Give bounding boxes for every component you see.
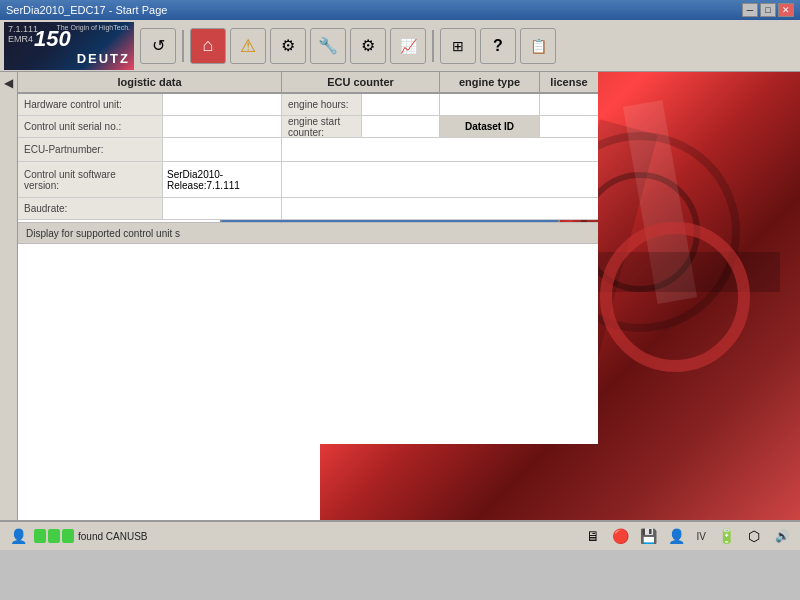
- drive-icon[interactable]: 💾: [637, 526, 661, 546]
- hardware-label: Hardware control unit:: [18, 94, 163, 115]
- toolbar-separator-2: [432, 30, 434, 62]
- engine-rotor: [600, 222, 750, 372]
- start-counter-label: engine start counter:: [282, 116, 362, 137]
- warning-icon[interactable]: ⚠: [230, 28, 266, 64]
- software-value: SerDia2010-Release:7.1.111: [163, 162, 282, 197]
- baudrate-row: Baudrate:: [18, 198, 598, 220]
- software-label: Control unit softwareversion:: [18, 162, 163, 197]
- sidebar: ◀: [0, 72, 18, 520]
- start-counter-value: [362, 116, 440, 137]
- title-bar: SerDia2010_EDC17 - Start Page ─ □ ✕: [0, 0, 800, 20]
- tagline: The Origin of HighTech.: [56, 24, 130, 31]
- status-text: found CANUSB: [78, 531, 147, 542]
- hardware-row: Hardware control unit: engine hours:: [18, 94, 598, 116]
- main-content: specdiag.com specdiag.com specdiag.com ◀…: [0, 72, 800, 520]
- network-icon[interactable]: 🔴: [609, 526, 633, 546]
- software-right: [282, 162, 598, 197]
- license-value: [540, 94, 598, 115]
- dataset-id-value: [540, 116, 598, 137]
- serial-label: Control unit serial no.:: [18, 116, 163, 137]
- chart-icon[interactable]: 📈: [390, 28, 426, 64]
- usb-icon[interactable]: ⬡: [742, 526, 766, 546]
- serial-value: [163, 116, 282, 137]
- battery-icon[interactable]: 🔋: [714, 526, 738, 546]
- baudrate-right: [282, 198, 598, 219]
- baudrate-value: [163, 198, 282, 219]
- deutz-logo: DEUTZ: [77, 51, 130, 66]
- home-icon[interactable]: ⌂: [190, 28, 226, 64]
- engine-hours-value: [362, 94, 440, 115]
- help-icon[interactable]: ?: [480, 28, 516, 64]
- data-panel: logistic data ECU counter engine type li…: [18, 72, 598, 520]
- toolbar-separator-1: [182, 30, 184, 62]
- status-dot-2: [48, 529, 60, 543]
- maximize-button[interactable]: □: [760, 3, 776, 17]
- engine-hours-label: engine hours:: [282, 94, 362, 115]
- refresh-icon[interactable]: ↺: [140, 28, 176, 64]
- hardware-value: [163, 94, 282, 115]
- logo-area: 7.1.111 EMR4 150 DEUTZ The Origin of Hig…: [4, 22, 134, 70]
- dataset-id-label: Dataset ID: [440, 116, 540, 137]
- user-icon-2[interactable]: 👤: [665, 526, 689, 546]
- close-button[interactable]: ✕: [778, 3, 794, 17]
- window-controls: ─ □ ✕: [742, 3, 794, 17]
- engine-icon[interactable]: ⚙: [270, 28, 306, 64]
- sidebar-collapse-arrow[interactable]: ◀: [4, 76, 13, 90]
- status-dots: [34, 529, 74, 543]
- book-icon[interactable]: 📋: [520, 28, 556, 64]
- engine-type-value: [440, 94, 540, 115]
- grid-icon[interactable]: ⊞: [440, 28, 476, 64]
- app-title: SerDia2010_EDC17 - Start Page: [6, 4, 167, 16]
- monitor-icon[interactable]: 🖥: [581, 526, 605, 546]
- partnumber-label: ECU-Partnumber:: [18, 138, 163, 161]
- status-dot-1: [34, 529, 46, 543]
- serial-row: Control unit serial no.: engine start co…: [18, 116, 598, 138]
- partnumber-value: [163, 138, 282, 161]
- settings-icon[interactable]: ⚙: [350, 28, 386, 64]
- display-bar: Display for supported control unit s: [18, 222, 598, 244]
- content-area: [18, 244, 598, 444]
- person-icon[interactable]: 👤: [6, 526, 30, 546]
- baudrate-label: Baudrate:: [18, 198, 163, 219]
- status-bar: 👤 found CANUSB 🖥 🔴 💾 👤 IV 🔋 ⬡ 🔊: [0, 520, 800, 550]
- speaker-icon[interactable]: 🔊: [770, 526, 794, 546]
- col-license: license: [540, 72, 598, 92]
- toolbar: 7.1.111 EMR4 150 DEUTZ The Origin of Hig…: [0, 20, 800, 72]
- column-headers: logistic data ECU counter engine type li…: [18, 72, 598, 94]
- software-row: Control unit softwareversion: SerDia2010…: [18, 162, 598, 198]
- partnumber-row: ECU-Partnumber:: [18, 138, 598, 162]
- taskbar-icons: 🖥 🔴 💾 👤 IV 🔋 ⬡ 🔊: [581, 526, 794, 546]
- col-logistic: logistic data: [18, 72, 282, 92]
- partnumber-right: [282, 138, 598, 161]
- status-dot-3: [62, 529, 74, 543]
- display-bar-text: Display for supported control unit s: [26, 228, 180, 239]
- iv-label: IV: [693, 531, 710, 542]
- col-ecu: ECU counter: [282, 72, 440, 92]
- col-engine: engine type: [440, 72, 540, 92]
- minimize-button[interactable]: ─: [742, 3, 758, 17]
- tools-icon[interactable]: 🔧: [310, 28, 346, 64]
